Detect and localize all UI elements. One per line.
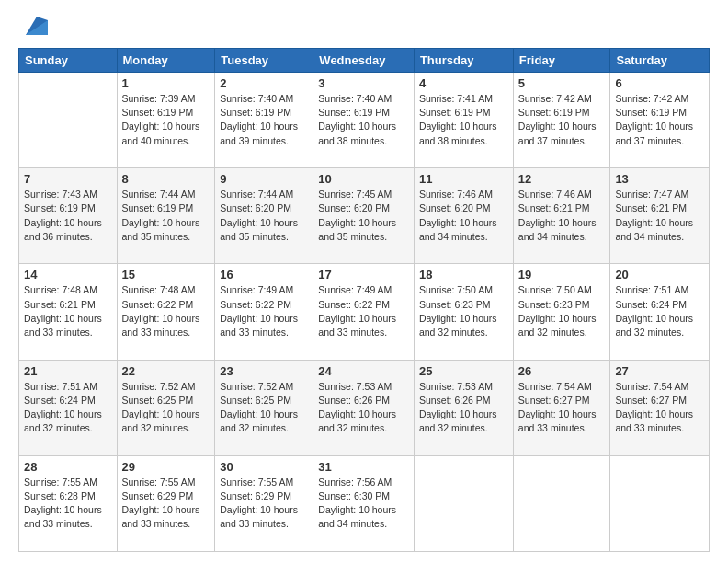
calendar-cell: 29Sunrise: 7:55 AM Sunset: 6:29 PM Dayli… bbox=[117, 455, 215, 551]
week-row-5: 28Sunrise: 7:55 AM Sunset: 6:28 PM Dayli… bbox=[19, 455, 710, 551]
day-info: Sunrise: 7:42 AM Sunset: 6:19 PM Dayligh… bbox=[615, 92, 704, 148]
week-row-3: 14Sunrise: 7:48 AM Sunset: 6:21 PM Dayli… bbox=[19, 264, 710, 360]
day-number: 21 bbox=[24, 364, 112, 378]
calendar-cell: 31Sunrise: 7:56 AM Sunset: 6:30 PM Dayli… bbox=[313, 455, 415, 551]
day-info: Sunrise: 7:51 AM Sunset: 6:24 PM Dayligh… bbox=[615, 283, 704, 339]
day-number: 10 bbox=[318, 172, 409, 186]
day-number: 4 bbox=[419, 76, 508, 90]
day-info: Sunrise: 7:52 AM Sunset: 6:25 PM Dayligh… bbox=[220, 380, 308, 436]
calendar-cell: 10Sunrise: 7:45 AM Sunset: 6:20 PM Dayli… bbox=[313, 168, 415, 264]
weekday-header-row: SundayMondayTuesdayWednesdayThursdayFrid… bbox=[19, 49, 710, 73]
day-info: Sunrise: 7:50 AM Sunset: 6:23 PM Dayligh… bbox=[518, 283, 606, 339]
calendar-cell bbox=[19, 73, 118, 168]
day-number: 22 bbox=[122, 364, 210, 378]
day-number: 26 bbox=[518, 364, 606, 378]
logo bbox=[18, 17, 48, 39]
calendar-cell: 20Sunrise: 7:51 AM Sunset: 6:24 PM Dayli… bbox=[610, 264, 710, 360]
day-info: Sunrise: 7:44 AM Sunset: 6:19 PM Dayligh… bbox=[122, 188, 210, 244]
weekday-tuesday: Tuesday bbox=[215, 49, 313, 73]
day-number: 14 bbox=[24, 268, 112, 282]
calendar-cell: 3Sunrise: 7:40 AM Sunset: 6:19 PM Daylig… bbox=[313, 73, 415, 168]
weekday-saturday: Saturday bbox=[610, 49, 710, 73]
day-info: Sunrise: 7:51 AM Sunset: 6:24 PM Dayligh… bbox=[24, 380, 112, 436]
calendar-cell: 4Sunrise: 7:41 AM Sunset: 6:19 PM Daylig… bbox=[414, 73, 513, 168]
calendar-cell: 22Sunrise: 7:52 AM Sunset: 6:25 PM Dayli… bbox=[117, 360, 215, 455]
day-number: 18 bbox=[419, 268, 508, 282]
day-info: Sunrise: 7:39 AM Sunset: 6:19 PM Dayligh… bbox=[122, 92, 210, 148]
day-info: Sunrise: 7:50 AM Sunset: 6:23 PM Dayligh… bbox=[419, 283, 508, 339]
week-row-1: 1Sunrise: 7:39 AM Sunset: 6:19 PM Daylig… bbox=[19, 73, 710, 168]
day-info: Sunrise: 7:54 AM Sunset: 6:27 PM Dayligh… bbox=[518, 380, 606, 436]
day-number: 3 bbox=[318, 76, 409, 90]
calendar-cell: 6Sunrise: 7:42 AM Sunset: 6:19 PM Daylig… bbox=[610, 73, 710, 168]
weekday-sunday: Sunday bbox=[19, 49, 118, 73]
day-info: Sunrise: 7:42 AM Sunset: 6:19 PM Dayligh… bbox=[518, 92, 606, 148]
calendar-cell: 27Sunrise: 7:54 AM Sunset: 6:27 PM Dayli… bbox=[610, 360, 710, 455]
calendar-cell: 1Sunrise: 7:39 AM Sunset: 6:19 PM Daylig… bbox=[117, 73, 215, 168]
day-number: 16 bbox=[220, 268, 308, 282]
day-info: Sunrise: 7:40 AM Sunset: 6:19 PM Dayligh… bbox=[220, 92, 308, 148]
day-number: 8 bbox=[122, 172, 210, 186]
header bbox=[18, 17, 710, 39]
day-info: Sunrise: 7:40 AM Sunset: 6:19 PM Dayligh… bbox=[318, 92, 409, 148]
day-number: 23 bbox=[220, 364, 308, 378]
calendar-cell: 25Sunrise: 7:53 AM Sunset: 6:26 PM Dayli… bbox=[414, 360, 513, 455]
calendar-cell: 15Sunrise: 7:48 AM Sunset: 6:22 PM Dayli… bbox=[117, 264, 215, 360]
day-number: 27 bbox=[615, 364, 704, 378]
calendar-cell: 21Sunrise: 7:51 AM Sunset: 6:24 PM Dayli… bbox=[19, 360, 118, 455]
weekday-friday: Friday bbox=[513, 49, 610, 73]
weekday-monday: Monday bbox=[117, 49, 215, 73]
calendar-cell: 17Sunrise: 7:49 AM Sunset: 6:22 PM Dayli… bbox=[313, 264, 415, 360]
calendar-cell: 30Sunrise: 7:55 AM Sunset: 6:29 PM Dayli… bbox=[215, 455, 313, 551]
calendar-cell: 23Sunrise: 7:52 AM Sunset: 6:25 PM Dayli… bbox=[215, 360, 313, 455]
day-number: 15 bbox=[122, 268, 210, 282]
day-number: 2 bbox=[220, 76, 308, 90]
day-info: Sunrise: 7:55 AM Sunset: 6:29 PM Dayligh… bbox=[220, 476, 308, 532]
day-info: Sunrise: 7:49 AM Sunset: 6:22 PM Dayligh… bbox=[318, 283, 409, 339]
calendar-cell: 24Sunrise: 7:53 AM Sunset: 6:26 PM Dayli… bbox=[313, 360, 415, 455]
day-info: Sunrise: 7:53 AM Sunset: 6:26 PM Dayligh… bbox=[318, 380, 409, 436]
calendar-cell: 14Sunrise: 7:48 AM Sunset: 6:21 PM Dayli… bbox=[19, 264, 118, 360]
calendar-cell: 2Sunrise: 7:40 AM Sunset: 6:19 PM Daylig… bbox=[215, 73, 313, 168]
day-number: 9 bbox=[220, 172, 308, 186]
day-info: Sunrise: 7:44 AM Sunset: 6:20 PM Dayligh… bbox=[220, 188, 308, 244]
day-number: 24 bbox=[318, 364, 409, 378]
day-number: 5 bbox=[518, 76, 606, 90]
day-info: Sunrise: 7:43 AM Sunset: 6:19 PM Dayligh… bbox=[24, 188, 112, 244]
day-number: 20 bbox=[615, 268, 704, 282]
day-info: Sunrise: 7:49 AM Sunset: 6:22 PM Dayligh… bbox=[220, 283, 308, 339]
day-number: 25 bbox=[419, 364, 508, 378]
day-number: 11 bbox=[419, 172, 508, 186]
day-info: Sunrise: 7:48 AM Sunset: 6:21 PM Dayligh… bbox=[24, 283, 112, 339]
day-number: 19 bbox=[518, 268, 606, 282]
day-info: Sunrise: 7:46 AM Sunset: 6:20 PM Dayligh… bbox=[419, 188, 508, 244]
calendar-cell: 19Sunrise: 7:50 AM Sunset: 6:23 PM Dayli… bbox=[513, 264, 610, 360]
calendar-cell bbox=[610, 455, 710, 551]
calendar-cell: 5Sunrise: 7:42 AM Sunset: 6:19 PM Daylig… bbox=[513, 73, 610, 168]
calendar-cell: 9Sunrise: 7:44 AM Sunset: 6:20 PM Daylig… bbox=[215, 168, 313, 264]
day-number: 1 bbox=[122, 76, 210, 90]
calendar-cell: 18Sunrise: 7:50 AM Sunset: 6:23 PM Dayli… bbox=[414, 264, 513, 360]
day-number: 28 bbox=[24, 460, 112, 474]
calendar-cell bbox=[414, 455, 513, 551]
calendar-cell: 16Sunrise: 7:49 AM Sunset: 6:22 PM Dayli… bbox=[215, 264, 313, 360]
calendar-cell: 12Sunrise: 7:46 AM Sunset: 6:21 PM Dayli… bbox=[513, 168, 610, 264]
day-number: 12 bbox=[518, 172, 606, 186]
day-info: Sunrise: 7:45 AM Sunset: 6:20 PM Dayligh… bbox=[318, 188, 409, 244]
calendar-cell: 26Sunrise: 7:54 AM Sunset: 6:27 PM Dayli… bbox=[513, 360, 610, 455]
week-row-2: 7Sunrise: 7:43 AM Sunset: 6:19 PM Daylig… bbox=[19, 168, 710, 264]
day-info: Sunrise: 7:53 AM Sunset: 6:26 PM Dayligh… bbox=[419, 380, 508, 436]
day-info: Sunrise: 7:55 AM Sunset: 6:29 PM Dayligh… bbox=[122, 476, 210, 532]
day-info: Sunrise: 7:56 AM Sunset: 6:30 PM Dayligh… bbox=[318, 476, 409, 532]
calendar-cell: 13Sunrise: 7:47 AM Sunset: 6:21 PM Dayli… bbox=[610, 168, 710, 264]
day-number: 7 bbox=[24, 172, 112, 186]
day-number: 6 bbox=[615, 76, 704, 90]
weekday-thursday: Thursday bbox=[414, 49, 513, 73]
logo-icon bbox=[22, 13, 48, 39]
week-row-4: 21Sunrise: 7:51 AM Sunset: 6:24 PM Dayli… bbox=[19, 360, 710, 455]
calendar-cell: 11Sunrise: 7:46 AM Sunset: 6:20 PM Dayli… bbox=[414, 168, 513, 264]
day-info: Sunrise: 7:41 AM Sunset: 6:19 PM Dayligh… bbox=[419, 92, 508, 148]
day-number: 29 bbox=[122, 460, 210, 474]
day-info: Sunrise: 7:47 AM Sunset: 6:21 PM Dayligh… bbox=[615, 188, 704, 244]
day-info: Sunrise: 7:46 AM Sunset: 6:21 PM Dayligh… bbox=[518, 188, 606, 244]
